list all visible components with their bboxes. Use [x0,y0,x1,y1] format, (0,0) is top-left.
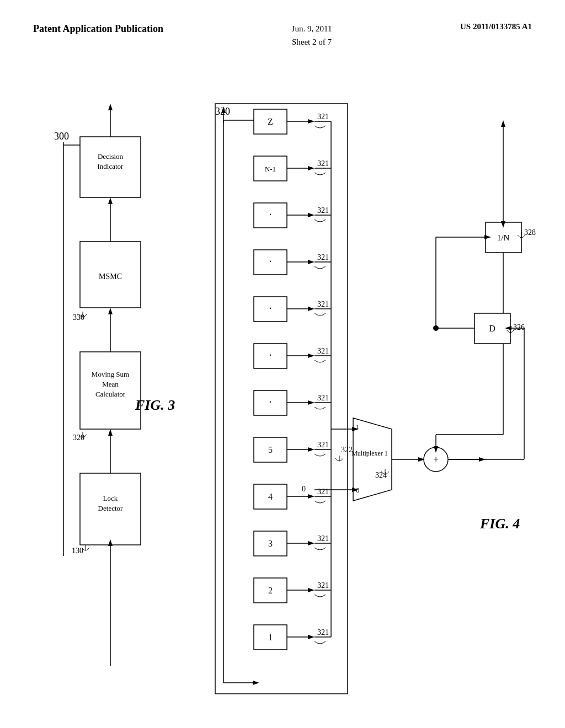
svg-text:N-1: N-1 [265,165,276,173]
svg-text:1/N: 1/N [497,233,510,242]
svg-text:MSMC: MSMC [99,272,122,281]
svg-text:3: 3 [268,539,273,548]
svg-text:Detector: Detector [98,504,123,512]
svg-text:Moving Sum: Moving Sum [92,370,129,378]
svg-text:D: D [489,324,495,333]
svg-text:321: 321 [317,534,329,543]
svg-text:0: 0 [302,485,306,493]
svg-text:321: 321 [317,628,329,636]
svg-text:·: · [269,255,272,267]
svg-marker-28 [108,104,113,110]
sheet-info: Sheet 2 of 7 [292,38,332,46]
svg-text:·: · [269,208,272,221]
svg-text:321: 321 [317,300,329,308]
svg-marker-64 [308,354,315,358]
svg-marker-23 [108,197,113,204]
svg-marker-35 [253,681,259,685]
svg-marker-44 [308,166,315,170]
svg-text:Multiplexer 1: Multiplexer 1 [351,449,388,457]
svg-marker-59 [308,307,315,311]
patent-publication-label: Patent Application Publication [33,22,163,36]
svg-marker-17 [108,308,113,314]
svg-text:2: 2 [268,586,273,595]
page-header: Patent Application Publication Jun. 9, 2… [0,0,565,49]
svg-marker-94 [308,635,315,639]
svg-marker-89 [308,588,315,592]
patent-number: US 2011/0133785 A1 [460,22,532,31]
fig4-label: FIG. 4 [479,516,520,532]
svg-text:·: · [269,349,272,361]
svg-text:Decision: Decision [98,152,124,160]
ref-326-label: 326 [513,323,525,331]
header-center-info: Jun. 9, 2011 Sheet 2 of 7 [292,22,332,49]
svg-text:321: 321 [317,394,329,402]
svg-text:1: 1 [268,633,273,642]
svg-text:321: 321 [317,581,329,590]
svg-text:+: + [433,454,439,465]
svg-text:321: 321 [317,159,329,168]
svg-text:Indicator: Indicator [98,162,124,170]
svg-text:5: 5 [268,445,273,454]
ref-300-label: 300 [54,131,69,142]
svg-marker-74 [308,447,315,452]
svg-text:321: 321 [317,206,329,215]
svg-marker-84 [308,541,315,545]
svg-marker-9 [108,429,113,436]
svg-marker-39 [308,119,315,124]
svg-text:·: · [269,396,272,408]
svg-text:321: 321 [317,113,329,121]
diagram-area: 300 Lock Detector 130 Moving Sum Mean Ca… [0,60,565,728]
svg-marker-49 [308,213,315,217]
lock-detector-label1: Lock [103,494,118,502]
svg-text:Z: Z [268,117,273,126]
svg-text:321: 321 [317,253,329,261]
fig3-label: FIG. 3 [135,397,175,413]
svg-text:·: · [269,302,272,314]
ref-322-label: 322 [341,446,353,454]
svg-marker-79 [308,494,315,499]
svg-point-148 [433,325,439,331]
svg-text:4: 4 [268,492,273,501]
svg-marker-69 [308,400,315,405]
svg-text:Calculator: Calculator [95,390,126,398]
svg-text:321: 321 [317,347,329,355]
svg-marker-54 [308,260,315,264]
svg-text:321: 321 [317,441,329,449]
svg-marker-136 [501,120,505,127]
patent-diagram-svg: 300 Lock Detector 130 Moving Sum Mean Ca… [0,60,565,728]
svg-text:321: 321 [317,488,329,496]
ref-328-label: 328 [524,228,536,237]
svg-text:Mean: Mean [102,380,119,388]
publication-date: Jun. 9, 2011 [292,24,332,33]
